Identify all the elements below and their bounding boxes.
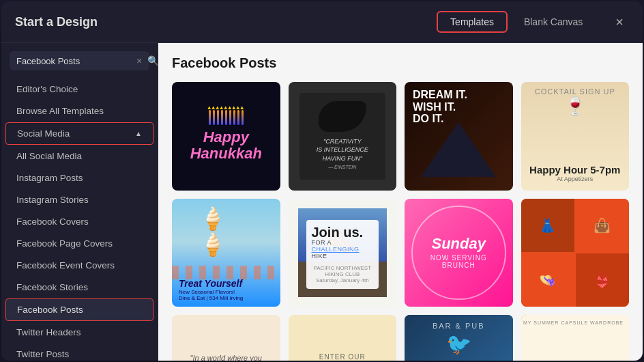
kind-text: "In a world where youcan be anything,be …: [190, 352, 262, 361]
modal-body: × 🔍 Editor's Choice Browse All Templates…: [1, 43, 643, 361]
sidebar-item-browse-all[interactable]: Browse All Templates: [5, 100, 153, 122]
modal-header: Start a Design Templates Blank Canvas ×: [1, 1, 643, 43]
sidebar-item-facebook-event-covers[interactable]: Facebook Event Covers: [5, 255, 153, 276]
happy-hour-subtitle: At Appetizers: [529, 176, 620, 182]
template-card-dream[interactable]: DREAM IT.WISH IT.DO IT.: [405, 82, 513, 191]
mountain-shape: [421, 122, 496, 177]
bluejay-top-label: BAR & PUB: [405, 322, 513, 330]
candle-4: [221, 110, 223, 125]
sidebar-item-instagram-posts[interactable]: Instagram Posts: [5, 167, 153, 189]
openhouse-top-label: MY SUMMER CAPSULE WARDROBE: [523, 320, 624, 325]
join-footer-text: PACIFIC NORTHWEST HIKING CLUBSaturday, J…: [312, 265, 374, 283]
join-main-text: Join us.: [312, 225, 374, 239]
sidebar-item-facebook-stories[interactable]: Facebook Stories: [5, 277, 153, 298]
close-button[interactable]: ×: [610, 12, 629, 33]
capsule-img-2: 👜: [576, 199, 629, 252]
sidebar-item-editors-choice[interactable]: Editor's Choice: [5, 79, 153, 100]
join-content: 🥾 Join us. FOR A CHALLENGING HIKE PACIFI…: [298, 208, 387, 298]
tab-blank-canvas[interactable]: Blank Canvas: [510, 11, 596, 33]
candle-5: [225, 110, 227, 125]
candle-2: [213, 110, 215, 125]
sunday-main-text: Sunday: [430, 236, 487, 251]
template-card-openhouse[interactable]: MY SUMMER CAPSULE WARDROBE Open House &W…: [521, 315, 630, 361]
modal-title: Start a Design: [15, 15, 98, 29]
candle-9: [241, 110, 244, 125]
candle-3: [217, 110, 219, 125]
join-text-block: Join us. FOR A CHALLENGING HIKE PACIFIC …: [306, 220, 379, 289]
dream-text: DREAM IT.WISH IT.DO IT.: [413, 89, 467, 125]
candle-1: [209, 110, 211, 125]
capsule-q4: 👙: [576, 253, 629, 307]
treat-text-block: Treat Yourself New Seasonal Flavors!Dine…: [179, 278, 243, 301]
happy-hour-info: Happy Hour 5-7pm At Appetizers: [529, 164, 620, 182]
sidebar-item-instagram-stories[interactable]: Instagram Stories: [5, 189, 153, 210]
candle-6: [229, 110, 231, 125]
ice-cream-emoji: 🍦🍦: [199, 206, 253, 257]
template-card-capsule[interactable]: 👗 👜 👒 👙: [521, 199, 630, 307]
giveaway-label: ENTER OUR: [289, 353, 395, 361]
happy-hour-title-text: Happy Hour 5-7pm: [529, 164, 620, 176]
search-bar: × 🔍: [10, 51, 149, 70]
templates-grid: HappyHanukkah "CREATIVITYIS INTELLIGENCE…: [172, 82, 629, 361]
page-title: Facebook Posts: [172, 55, 629, 71]
candles-decoration: [209, 110, 244, 125]
treat-subtitle: New Seasonal Flavors!Dine & Eat | 534 Mi…: [179, 289, 243, 301]
creativity-inner: "CREATIVITYIS INTELLIGENCEHAVING FUN"— E…: [299, 93, 386, 180]
join-sub-text: FOR A CHALLENGING HIKE: [312, 239, 374, 260]
sidebar-item-twitter-posts[interactable]: Twitter Posts: [5, 344, 153, 361]
chevron-up-icon: ▲: [135, 130, 142, 137]
capsule-q3: 👒: [521, 253, 574, 307]
sidebar-item-all-social[interactable]: All Social Media: [5, 145, 153, 167]
sidebar-item-twitter-headers[interactable]: Twitter Headers: [5, 322, 153, 343]
creativity-blob: [319, 101, 366, 132]
search-clear-button[interactable]: ×: [136, 55, 142, 66]
capsule-img-4: 👙: [576, 253, 629, 307]
template-card-treat[interactable]: 🍦🍦 Treat Yourself New Seasonal Flavors!D…: [172, 199, 280, 307]
sunday-subtitle: NOW SERVINGBrunch: [430, 254, 487, 269]
sidebar-item-facebook-covers[interactable]: Facebook Covers: [5, 211, 153, 232]
treat-title: Treat Yourself: [179, 278, 243, 289]
capsule-img-3: 👒: [521, 253, 574, 307]
search-input[interactable]: [16, 56, 131, 66]
sidebar-section-social-media[interactable]: Social Media ▲: [5, 122, 153, 145]
header-tabs: Templates Blank Canvas: [437, 11, 596, 33]
cocktail-emoji: 🍷: [521, 96, 630, 117]
tab-templates[interactable]: Templates: [437, 11, 508, 33]
sidebar-item-browse-all-label: Browse All Templates: [16, 106, 104, 116]
cocktail-signup-label: COCKTAIL SIGN UP: [521, 87, 630, 96]
giveaway-content: ENTER OUR GIVEAWAY: [289, 353, 395, 361]
sidebar: × 🔍 Editor's Choice Browse All Templates…: [1, 43, 158, 361]
template-card-giveaway[interactable]: ENTER OUR GIVEAWAY: [289, 315, 397, 361]
sidebar-item-facebook-posts[interactable]: Facebook Posts: [5, 298, 153, 321]
template-card-happy-hour[interactable]: COCKTAIL SIGN UP 🍷 Happy Hour 5-7pm At A…: [521, 82, 630, 191]
sidebar-item-editors-choice-label: Editor's Choice: [16, 84, 78, 94]
bluejay-bird-icon: 🐦: [446, 332, 471, 356]
modal: Start a Design Templates Blank Canvas × …: [1, 1, 643, 361]
capsule-q1: 👗: [521, 199, 574, 252]
social-media-label: Social Media: [17, 128, 70, 139]
template-card-kind[interactable]: "In a world where youcan be anything,be …: [172, 315, 280, 361]
creativity-text: "CREATIVITYIS INTELLIGENCEHAVING FUN"— E…: [308, 137, 378, 171]
main-content: Facebook Posts HappyHanu: [158, 43, 643, 361]
template-card-join[interactable]: 🥾 Join us. FOR A CHALLENGING HIKE PACIFI…: [289, 199, 397, 307]
capsule-img-1: 👗: [521, 199, 574, 252]
candle-7: [233, 110, 235, 125]
capsule-q2: 👜: [576, 199, 629, 252]
candle-8: [237, 110, 239, 125]
template-card-sunday[interactable]: Sunday NOW SERVINGBrunch: [405, 199, 513, 307]
template-card-creativity[interactable]: "CREATIVITYIS INTELLIGENCEHAVING FUN"— E…: [289, 82, 397, 191]
sunday-circle: Sunday NOW SERVINGBrunch: [411, 206, 506, 301]
search-icon-button[interactable]: 🔍: [147, 55, 158, 66]
wave-decoration: [172, 266, 280, 279]
template-card-hanukkah[interactable]: HappyHanukkah: [172, 82, 280, 191]
sunday-text-block: Sunday NOW SERVINGBrunch: [430, 236, 487, 269]
sidebar-item-facebook-page-covers[interactable]: Facebook Page Covers: [5, 233, 153, 254]
hanukkah-text: HappyHanukkah: [190, 129, 262, 162]
template-card-bluejay[interactable]: BAR & PUB 🐦 BLUE JAY BAR & PUB: [405, 315, 513, 361]
